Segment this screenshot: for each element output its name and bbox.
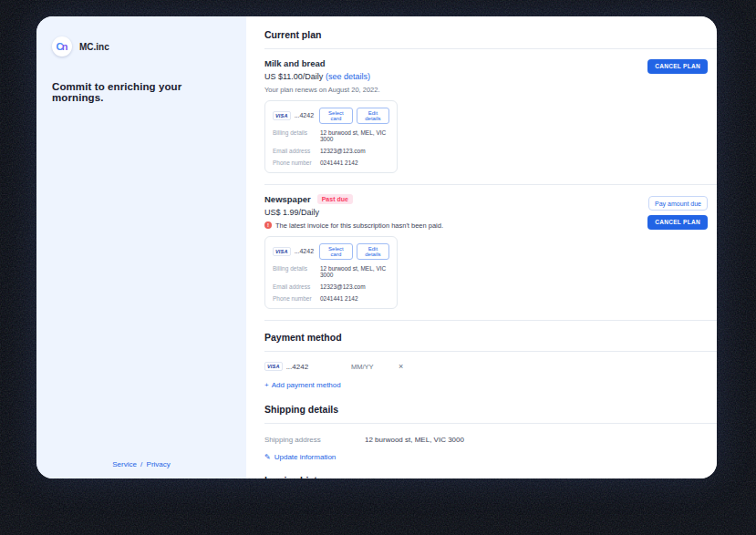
phone-label: Phone number [273, 159, 320, 166]
billing-details-label: Billing details [273, 129, 320, 142]
pay-amount-due-button[interactable]: Pay amount due [648, 196, 708, 211]
card-head-row: VISA ...4242 Select card Edit details [273, 108, 389, 124]
email-value: 12323@123.com [320, 148, 366, 154]
brand-header: Cn MC.inc [52, 36, 231, 57]
divider [264, 423, 717, 424]
shipping-address-label: Shipping address [264, 436, 365, 444]
plan-name-text: Milk and bread [264, 58, 326, 68]
payment-method-title: Payment method [264, 321, 717, 351]
plus-icon: + [264, 381, 269, 389]
service-link[interactable]: Service [112, 460, 137, 468]
email-label: Email address [273, 283, 320, 290]
shipping-details-title: Shipping details [264, 391, 717, 423]
plan-newspaper: Newspaper Past due US$ 1.99/Daily ! The … [264, 185, 717, 320]
warning-text: The latest invoice for this subscription… [275, 221, 443, 230]
visa-icon: VISA [264, 362, 283, 371]
card-number: ...4242 [295, 112, 314, 118]
plan-price-text: US $11.00/Daily [264, 72, 323, 81]
pencil-icon: ✎ [264, 453, 271, 461]
plan-price: US $11.00/Daily (see details) [264, 72, 717, 81]
brand-name: MC.inc [79, 42, 109, 52]
card-expiry: MM/YY [351, 363, 399, 371]
cancel-plan-button[interactable]: CANCEL PLAN [647, 59, 708, 74]
update-information-label: Update information [274, 453, 337, 461]
warning-icon: ! [264, 221, 272, 229]
email-row: Email address 12323@123.com [273, 148, 389, 154]
company-logo-icon: Cn [52, 36, 72, 57]
privacy-link[interactable]: Privacy [147, 460, 171, 468]
visa-icon: VISA [273, 247, 291, 256]
billing-details-label: Billing details [273, 265, 320, 278]
card-number: ...4242 [286, 363, 308, 371]
saved-card: VISA ...4242 [264, 362, 351, 371]
current-plan-title: Current plan [264, 22, 717, 48]
brand-tagline: Commit to enriching your mornings. [52, 81, 231, 103]
see-details-link[interactable]: (see details) [326, 72, 370, 81]
phone-value: 0241441 2142 [320, 159, 358, 166]
select-card-button[interactable]: Select card [319, 108, 353, 124]
add-payment-method-label: Add payment method [272, 381, 341, 389]
shipping-address-row: Shipping address 12 burwood st, MEL, VIC… [264, 436, 717, 444]
billing-card-panel: VISA ...4242 Select card Edit details Bi… [264, 236, 398, 310]
add-payment-method-link[interactable]: + Add payment method [264, 381, 341, 389]
payment-method-row: VISA ...4242 MM/YY × [264, 362, 717, 371]
visa-icon: VISA [273, 111, 291, 120]
billing-details-value: 12 burwood st, MEL, VIC 3000 [320, 129, 389, 142]
footer-separator: / [140, 460, 142, 468]
shipping-address-value: 12 burwood st, MEL, VIC 3000 [365, 436, 464, 444]
plan-milk-and-bread: Milk and bread US $11.00/Daily (see deta… [264, 49, 717, 184]
phone-row: Phone number 0241441 2142 [273, 295, 389, 302]
billing-details-row: Billing details 12 burwood st, MEL, VIC … [273, 129, 389, 142]
past-due-badge: Past due [317, 194, 353, 204]
logo-letter-n: n [62, 42, 68, 52]
sidebar-footer: Service / Privacy [36, 460, 246, 468]
invoice-history-title: Invoice history [264, 463, 717, 478]
card-head-row: VISA ...4242 Select card Edit details [273, 243, 389, 260]
phone-label: Phone number [273, 295, 320, 302]
card-number: ...4242 [295, 248, 314, 254]
billing-card-panel: VISA ...4242 Select card Edit details Bi… [264, 100, 398, 174]
edit-details-button[interactable]: Edit details [357, 108, 389, 124]
plan-name-text: Newspaper [264, 194, 311, 204]
phone-value: 0241441 2142 [320, 295, 358, 302]
email-row: Email address 12323@123.com [273, 283, 389, 290]
select-card-button[interactable]: Select card [319, 243, 353, 260]
edit-details-button[interactable]: Edit details [357, 243, 389, 260]
billing-portal-window: Cn MC.inc Commit to enriching your morni… [36, 16, 717, 478]
billing-details-value: 12 burwood st, MEL, VIC 3000 [320, 265, 389, 278]
main-pane: Current plan Milk and bread US $11.00/Da… [246, 16, 717, 478]
email-label: Email address [273, 148, 320, 154]
update-information-link[interactable]: ✎ Update information [264, 453, 336, 461]
plan-renewal-note: Your plan renews on August 20, 2022. [264, 86, 717, 94]
divider [264, 351, 717, 352]
cancel-plan-button[interactable]: CANCEL PLAN [647, 215, 708, 230]
sidebar: Cn MC.inc Commit to enriching your morni… [36, 16, 246, 478]
email-value: 12323@123.com [320, 283, 366, 290]
plan-price-text: US$ 1.99/Daily [264, 208, 319, 217]
remove-card-icon[interactable]: × [399, 363, 403, 371]
billing-details-row: Billing details 12 burwood st, MEL, VIC … [273, 265, 389, 278]
phone-row: Phone number 0241441 2142 [273, 159, 389, 166]
